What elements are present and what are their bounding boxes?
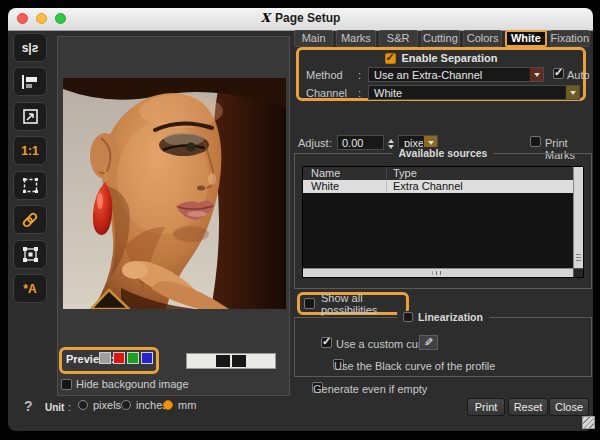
hide-background-label: Hide backgound image [76, 378, 189, 390]
available-sources-title: Available sources [399, 147, 488, 159]
mirror-tool-button[interactable]: s|ƨ [13, 33, 47, 62]
x11-app-icon: X [261, 11, 270, 25]
linearization-title: Linearization [418, 311, 483, 323]
sources-table-header: Name Type [303, 167, 573, 181]
stepper-up-icon[interactable] [388, 136, 394, 143]
table-row[interactable]: White Extra Channel [303, 180, 573, 193]
channel-label: Channel [306, 87, 347, 99]
tab-white[interactable]: White [505, 30, 546, 47]
method-dropdown-arrow-icon[interactable] [529, 68, 543, 81]
inches-radio[interactable] [121, 400, 131, 410]
transform-frame-icon [22, 246, 39, 263]
enable-separation-checkbox[interactable] [385, 53, 396, 64]
text-tool-icon: *A [23, 282, 36, 296]
print-marks-checkbox[interactable] [530, 136, 541, 147]
enable-separation-label: Enable Separation [402, 52, 498, 64]
preview-swatch-blue[interactable] [141, 352, 153, 364]
reset-button[interactable]: Reset [508, 398, 548, 416]
print-button[interactable]: Print [467, 398, 505, 416]
help-button[interactable]: ? [24, 398, 33, 414]
unit-label: Unit [45, 402, 64, 413]
resize-grip[interactable] [582, 416, 595, 429]
show-all-checkbox[interactable] [304, 298, 315, 309]
scrollbar-corner [573, 268, 583, 277]
auto-label: Auto [567, 69, 590, 81]
text-tool-button[interactable]: *A [13, 274, 47, 303]
method-select[interactable]: Use an Extra-Channel [368, 67, 544, 82]
window-title: XPage Setup [8, 11, 593, 25]
close-button[interactable]: Close [549, 398, 589, 416]
available-sources-group: Available sources Name Type White Extra … [294, 153, 592, 289]
tab-cutting[interactable]: Cutting [421, 30, 460, 47]
unit-option-inches[interactable]: inches [121, 399, 168, 411]
export-icon [22, 108, 39, 125]
link-icon [21, 211, 39, 229]
fit-frame-icon [22, 177, 39, 194]
annotation-show-all: Show all possibilities [297, 292, 409, 315]
method-label: Method [306, 69, 343, 81]
tab-main[interactable]: Main [294, 30, 333, 47]
adjust-label: Adjust [298, 137, 329, 149]
page-setup-window: XPage Setup s|ƨ 1:1 [8, 8, 593, 431]
unit-option-mm[interactable]: mm [163, 399, 196, 411]
pixels-radio[interactable] [78, 400, 88, 410]
preview-swatch-red[interactable] [113, 352, 125, 364]
show-all-label: Show all possibilities [321, 292, 406, 316]
titlebar: XPage Setup [8, 8, 593, 31]
tab-bar: Main Marks S&R Cutting Colors White Fixa… [294, 30, 590, 47]
edit-curve-button[interactable] [419, 335, 438, 350]
transform-frame-tool-button[interactable] [13, 240, 47, 269]
preview-swatch-green[interactable] [127, 352, 139, 364]
vertical-scrollbar[interactable] [573, 167, 583, 268]
align-icon [21, 74, 39, 90]
auto-checkbox[interactable] [553, 68, 564, 79]
channel-dropdown-arrow-icon[interactable] [565, 86, 579, 99]
annotation-separation: Enable Separation Method : Use an Extra-… [296, 47, 586, 101]
column-header-name[interactable]: Name [303, 167, 387, 180]
linearization-checkbox[interactable] [403, 312, 413, 322]
preview-image[interactable] [63, 78, 286, 309]
tab-fixation[interactable]: Fixation [550, 30, 591, 47]
unit-option-pixels[interactable]: pixels [78, 399, 121, 411]
column-header-type[interactable]: Type [387, 167, 573, 180]
sources-table: Name Type White Extra Channel [302, 166, 584, 278]
custom-curve-checkbox[interactable] [321, 337, 332, 348]
fit-frame-tool-button[interactable] [13, 171, 47, 200]
linearization-group: Linearization Use a custom curve Use the… [294, 317, 592, 377]
tab-colors[interactable]: Colors [463, 30, 502, 47]
preview-panel: Preview : Hide backgound image [57, 36, 290, 396]
export-tool-button[interactable] [13, 102, 47, 131]
horizontal-scrollbar[interactable] [303, 268, 573, 277]
channel-select[interactable]: White [368, 85, 580, 100]
one-to-one-tool-button[interactable]: 1:1 [13, 136, 47, 165]
generate-empty-label: Generate even if empty [313, 383, 427, 395]
preview-swatches [99, 352, 153, 364]
tab-marks[interactable]: Marks [336, 30, 375, 47]
one-to-one-icon: 1:1 [21, 144, 38, 158]
portrait-photo [63, 78, 286, 309]
preview-swatch-gray[interactable] [99, 352, 111, 364]
link-tool-button[interactable] [13, 205, 47, 234]
hide-background-checkbox[interactable] [61, 379, 72, 390]
channel-preview-strip [186, 353, 276, 369]
adjust-input[interactable]: 0.00 [337, 135, 384, 150]
black-curve-label: Use the Black curve of the profile [334, 360, 495, 372]
align-tool-button[interactable] [13, 67, 47, 96]
mm-radio[interactable] [163, 400, 173, 410]
mirror-icon: s|ƨ [22, 41, 39, 55]
tab-sr[interactable]: S&R [379, 30, 418, 47]
